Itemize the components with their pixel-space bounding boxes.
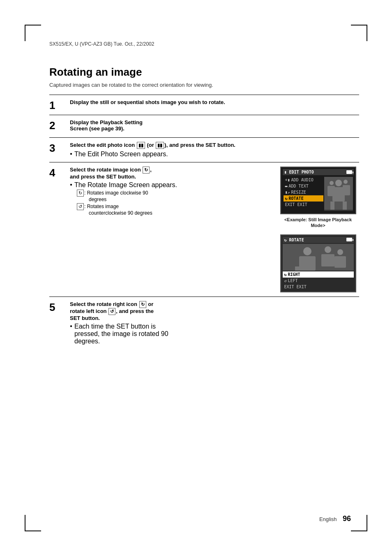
step-4-right: ▮ EDIT PHOTO +▮ ADD AUDIO ▬ ADD TEXT (277, 167, 359, 292)
corner-mark-br (351, 515, 367, 531)
screen1-caption: <Example: Still Image PlaybackMode> (284, 217, 352, 229)
page-header: SX515/EX, U (VPC-AZ3 GB) Tue. Oct., 22/2… (49, 41, 154, 47)
step-4-sub-2: ↺: Rotates image (76, 203, 269, 210)
step-3-bullet-1: The Edit Photo Screen appears. (70, 151, 359, 158)
battery-icon-2 (346, 238, 352, 241)
battery-icon-1 (346, 170, 352, 174)
step-5-bullet-1: Each time the SET button ispressed, the … (70, 323, 359, 345)
svg-rect-8 (343, 185, 350, 195)
header-text: SX515/EX, U (VPC-AZ3 GB) Tue. Oct., 22/2… (49, 41, 154, 47)
corner-mark-bl (25, 515, 41, 531)
rotate-left-icon: ↺ (108, 308, 115, 315)
step-1-title: Display the still or sequential shots im… (70, 99, 359, 105)
step-5-bullet-text-1: Each time the SET button ispressed, the … (74, 323, 168, 345)
svg-rect-6 (327, 186, 335, 196)
rotate-screen-header: ↻ ROTATE (283, 237, 354, 243)
svg-point-5 (330, 181, 334, 185)
edit-photo-icon-2: ▮▮ (156, 142, 164, 149)
step-5-content: Select the rotate right icon ↻ or rotate… (70, 301, 359, 345)
rotate-screen-title: ↻ ROTATE (284, 238, 304, 242)
photo-svg-1 (324, 177, 353, 210)
step-4-bullet-1: The Rotate Image Screen appears. (70, 181, 269, 189)
corner-mark-tl (25, 25, 41, 41)
svg-rect-4 (343, 202, 347, 210)
step-1-number: 1 (49, 99, 66, 111)
step-2-content: Display the Playback SettingScreen (see … (70, 119, 359, 133)
photo-bg-1 (324, 177, 353, 211)
main-content: Rotating an image Captured images can be… (49, 66, 359, 349)
svg-point-1 (335, 180, 342, 186)
rotate-right-icon: ↻ (139, 301, 146, 308)
rotate-image-icon: ↻ (143, 167, 150, 174)
step-3: 3 Select the edit photo icon ▮▮ (or ▮▮),… (49, 138, 359, 162)
step-4-number: 4 (49, 167, 66, 292)
rotate-photo-svg (283, 244, 354, 271)
edit-photo-title: ▮ EDIT PHOTO (284, 170, 314, 174)
svg-point-16 (337, 249, 343, 255)
rotate-ccw-icon: ↺ (77, 203, 84, 210)
svg-rect-17 (334, 256, 346, 268)
left-label: LEFT (288, 278, 298, 283)
right-label: RIGHT (288, 272, 300, 277)
step-2: 2 Display the Playback SettingScreen (se… (49, 115, 359, 138)
menu-add-text: ▬ ADD TEXT (284, 183, 323, 189)
step-2-title: Display the Playback SettingScreen (see … (70, 119, 359, 132)
corner-mark-tr (351, 25, 367, 41)
resize-label: RESIZE (291, 190, 306, 195)
step-1: 1 Display the still or sequential shots … (49, 95, 359, 115)
step-5: 5 Select the rotate right icon ↻ or rota… (49, 297, 359, 349)
page-num-label: English (319, 516, 337, 522)
step-4-content: Select the rotate image icon ↻, and pres… (70, 167, 269, 292)
add-text-label: ADD TEXT (289, 184, 309, 188)
svg-point-14 (325, 246, 331, 253)
add-audio-prefix: +▮ (285, 178, 290, 182)
resize-prefix: ▮↗ (285, 190, 290, 195)
rotate-screen: ↻ ROTATE (280, 234, 356, 292)
svg-rect-15 (321, 254, 334, 266)
menu-exit-2: EXIT EXIT (283, 284, 354, 290)
step-4-bullet-text-1: The Rotate Image Screen appears. (74, 181, 177, 189)
edit-photo-icon-1: ▮▮ (137, 142, 145, 149)
step-4-title: Select the rotate image icon ↻, and pres… (70, 167, 269, 180)
edit-photo-screen-header: ▮ EDIT PHOTO (283, 169, 354, 175)
edit-photo-menu: +▮ ADD AUDIO ▬ ADD TEXT ▮↗ RESIZE ↻ (283, 176, 324, 212)
step-4-left: 4 Select the rotate image icon ↻, and pr… (49, 167, 269, 292)
rotate-cw-icon-label: ↻: Rotates image clockwise 90 (76, 190, 148, 197)
edit-photo-layout: +▮ ADD AUDIO ▬ ADD TEXT ▮↗ RESIZE ↻ (283, 176, 354, 212)
photo-area-1 (324, 177, 353, 211)
left-icon: ↺ (284, 278, 287, 283)
right-icon: ↻ (284, 272, 287, 277)
step-4-sub-1-cont: degrees (89, 197, 269, 202)
add-text-prefix: ▬ (285, 184, 288, 188)
svg-point-10 (303, 247, 311, 255)
step-4-sub-1: ↻: Rotates image clockwise 90 (76, 190, 269, 197)
rotate-icon-menu: ↻ (285, 196, 288, 201)
svg-rect-3 (330, 202, 334, 210)
exit-label-1: EXIT EXIT (285, 202, 307, 207)
rotate-cw-icon: ↻ (77, 190, 84, 197)
step-3-bullet-text-1: The Edit Photo Screen appears. (74, 151, 168, 158)
rotate-label: ROTATE (289, 196, 304, 201)
step-1-content: Display the still or sequential shots im… (70, 99, 359, 111)
svg-rect-13 (307, 266, 312, 271)
step-4: 4 Select the rotate image icon ↻, and pr… (49, 162, 359, 297)
page-subtitle: Captured images can be rotated to the co… (49, 82, 359, 88)
page-num-value: 96 (343, 514, 351, 523)
step-5-title: Select the rotate right icon ↻ or rotate… (70, 301, 359, 321)
menu-rotate: ↻ ROTATE (284, 195, 323, 202)
step-5-number: 5 (49, 301, 66, 345)
svg-rect-12 (295, 266, 300, 271)
menu-exit-1: EXIT EXIT (284, 202, 323, 208)
edit-photo-screen: ▮ EDIT PHOTO +▮ ADD AUDIO ▬ ADD TEXT (280, 167, 356, 214)
page-number-area: English 96 (319, 514, 351, 523)
menu-left: ↺ LEFT (283, 278, 354, 284)
exit-label-2: EXIT EXIT (284, 285, 307, 289)
step-4-sub-2-cont: counterclockwise 90 degrees (89, 210, 269, 216)
menu-add-audio: +▮ ADD AUDIO (284, 177, 323, 183)
step-3-number: 3 (49, 142, 66, 158)
page-title: Rotating an image (49, 66, 359, 79)
step-3-title: Select the edit photo icon ▮▮ (or ▮▮), a… (70, 142, 359, 149)
svg-point-7 (344, 180, 348, 184)
rotate-photo-area (283, 244, 354, 271)
add-audio-label: ADD AUDIO (291, 178, 314, 182)
